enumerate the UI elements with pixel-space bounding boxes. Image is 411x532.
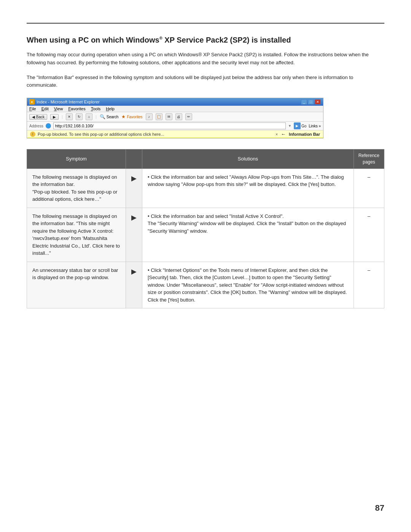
browser-titlebar: e Index - Microsoft Internet Explorer _ … xyxy=(27,98,323,106)
table-row: An unnecessary status bar or scroll bar … xyxy=(27,262,384,308)
infobar-label: Information Bar xyxy=(289,132,320,137)
page-number: 87 xyxy=(375,503,384,513)
links-button[interactable]: Links » xyxy=(309,124,321,128)
ref-cell-2: – xyxy=(354,208,384,262)
refresh-button[interactable]: ↻ xyxy=(76,113,83,120)
arrow-header xyxy=(126,149,142,169)
solutions-cell-2: • Click the information bar and select "… xyxy=(142,208,354,262)
mail-button[interactable]: ✉ xyxy=(166,113,172,120)
arrow-cell-3: ▶ xyxy=(126,262,142,308)
history-button[interactable]: 📋 xyxy=(156,113,162,120)
search-button[interactable]: 🔍 Search xyxy=(100,114,119,119)
stop-button[interactable]: ✕ xyxy=(66,113,73,120)
symptom-cell-1: The following message is displayed on th… xyxy=(27,168,126,208)
browser-title: Index - Microsoft Internet Explorer xyxy=(37,100,100,104)
edit-button[interactable]: ✏ xyxy=(185,113,192,120)
address-input[interactable] xyxy=(53,122,286,129)
media-button[interactable]: ♪ xyxy=(146,113,153,120)
browser-screenshot: e Index - Microsoft Internet Explorer _ … xyxy=(27,98,323,138)
solutions-cell-1: • Click the information bar and select "… xyxy=(142,168,354,208)
ref-cell-1: – xyxy=(354,168,384,208)
infobar-arrow-icon: ← xyxy=(281,131,286,137)
symptom-header: Symptom xyxy=(27,149,126,169)
address-label: Address xyxy=(29,124,43,128)
infobar-warning-icon: ! xyxy=(30,132,35,137)
symptom-table: Symptom Solutions Referencepages The fol… xyxy=(27,149,384,308)
browser-toolbar: ◀ Back ▶ | ✕ ↻ ⌂ | 🔍 Search ★ Favorites … xyxy=(27,112,323,122)
intro-paragraph-2: The "Information Bar" expressed in the f… xyxy=(27,74,384,90)
browser-menubar: File Edit View Favorites Tools Help xyxy=(27,106,323,112)
right-arrow-icon: ▶ xyxy=(131,175,137,182)
browser-addressbar: Address 🌐 ▼ ▶ Go Links » xyxy=(27,122,323,130)
address-globe-icon: 🌐 xyxy=(46,123,51,129)
minimize-btn[interactable]: _ xyxy=(301,99,307,105)
arrow-cell-2: ▶ xyxy=(126,208,142,262)
right-arrow-icon: ▶ xyxy=(131,268,137,275)
ref-cell-3: – xyxy=(354,262,384,308)
browser-infobar: ! Pop-up blocked. To see this pop-up or … xyxy=(27,130,323,138)
symptom-cell-2: The following message is displayed on th… xyxy=(27,208,126,262)
menu-tools[interactable]: Tools xyxy=(91,106,101,111)
menu-file[interactable]: File xyxy=(29,106,36,111)
print-button[interactable]: 🖨 xyxy=(175,113,182,120)
reference-header: Referencepages xyxy=(354,149,384,169)
menu-edit[interactable]: Edit xyxy=(41,106,49,111)
intro-paragraph-1: The following may occur during operation… xyxy=(27,51,384,67)
menu-favorites[interactable]: Favorites xyxy=(68,106,85,111)
infobar-text[interactable]: Pop-up blocked. To see this pop-up or ad… xyxy=(38,132,164,137)
menu-view[interactable]: View xyxy=(54,106,63,111)
maximize-btn[interactable]: □ xyxy=(308,99,314,105)
home-button[interactable]: ⌂ xyxy=(86,113,92,120)
go-button[interactable]: ▶ Go xyxy=(294,122,306,129)
arrow-cell-1: ▶ xyxy=(126,168,142,208)
symptom-cell-3: An unnecessary status bar or scroll bar … xyxy=(27,262,126,308)
chevron-down-icon[interactable]: ▼ xyxy=(288,124,292,128)
go-arrow-icon: ▶ xyxy=(294,122,301,129)
window-controls: _ □ ✕ xyxy=(301,99,321,105)
infobar-close-button[interactable]: × xyxy=(276,132,278,137)
table-row: The following message is displayed on th… xyxy=(27,168,384,208)
right-arrow-icon: ▶ xyxy=(131,214,137,221)
browser-icon: e xyxy=(29,99,35,105)
solutions-cell-3: • Click "Internet Options" on the Tools … xyxy=(142,262,354,308)
menu-help[interactable]: Help xyxy=(106,106,115,111)
favorites-button[interactable]: ★ Favorites xyxy=(121,114,142,119)
back-button[interactable]: ◀ Back xyxy=(29,114,47,120)
solutions-header: Solutions xyxy=(142,149,354,169)
forward-button[interactable]: ▶ xyxy=(50,114,59,120)
top-rule xyxy=(27,23,384,24)
close-btn[interactable]: ✕ xyxy=(315,99,321,105)
page-title: When using a PC on which Windows® XP Ser… xyxy=(27,35,384,45)
table-row: The following message is displayed on th… xyxy=(27,208,384,262)
